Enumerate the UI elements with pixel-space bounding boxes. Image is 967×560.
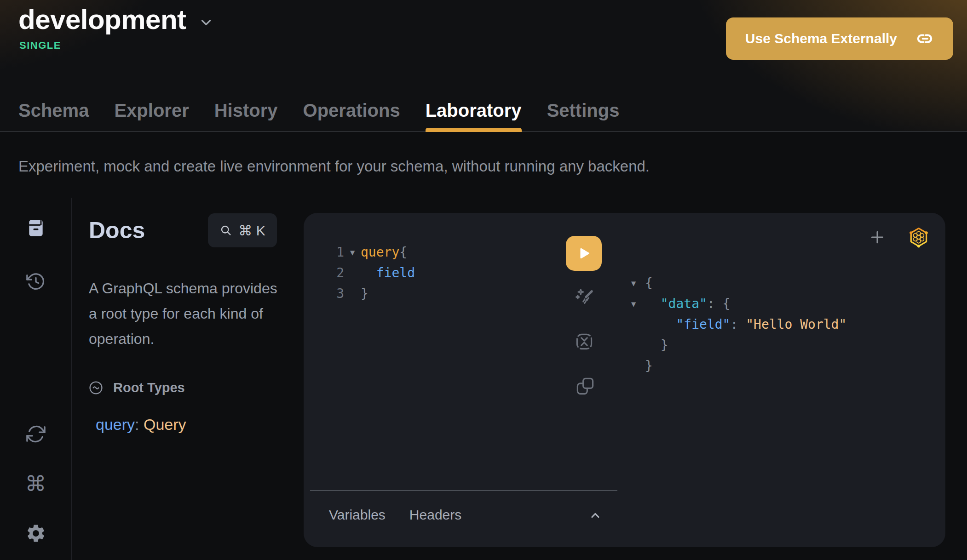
tab-laboratory[interactable]: Laboratory bbox=[426, 100, 522, 132]
response-line: } bbox=[626, 335, 846, 355]
use-schema-button-label: Use Schema Externally bbox=[745, 31, 897, 46]
keyboard-shortcuts-button[interactable]: ⌘ bbox=[25, 473, 47, 495]
play-icon bbox=[576, 245, 592, 262]
json-key-field: "field" bbox=[676, 317, 730, 332]
response-line: } bbox=[626, 355, 846, 376]
search-icon bbox=[219, 224, 232, 237]
editor-line: 1 ▼ query{ bbox=[322, 242, 415, 263]
response-line: "field": "Hello World" bbox=[626, 314, 846, 335]
json-string-value: "Hello World" bbox=[746, 317, 846, 332]
code-brace: } bbox=[361, 286, 368, 301]
query-editor[interactable]: 1 ▼ query{ 2 field 3 } bbox=[322, 242, 415, 304]
code-keyword: query bbox=[361, 245, 399, 260]
schema-description: A GraphQL schema provides a root type fo… bbox=[89, 276, 284, 352]
line-number: 3 bbox=[322, 286, 344, 301]
copy-icon bbox=[576, 377, 595, 396]
docs-panel: Docs ⌘ K A GraphQL schema provides a roo… bbox=[72, 198, 304, 560]
graphiql-sidebar: ⌘ bbox=[0, 198, 72, 560]
sidebar-top-group bbox=[25, 217, 47, 292]
use-schema-externally-button[interactable]: Use Schema Externally bbox=[726, 17, 953, 60]
editor-line: 2 field bbox=[322, 263, 415, 283]
add-tab-button[interactable] bbox=[868, 228, 887, 247]
chevron-down-icon[interactable] bbox=[198, 15, 214, 30]
link-icon bbox=[915, 29, 934, 48]
page-header: development SINGLE Use Schema Externally… bbox=[0, 0, 967, 132]
command-icon: ⌘ bbox=[25, 473, 46, 494]
response-viewer: ▼ { ▼ "data": { "field": "Hello World" } bbox=[626, 273, 846, 376]
root-types-icon bbox=[89, 381, 103, 395]
tab-operations[interactable]: Operations bbox=[303, 100, 400, 132]
graphiql-editor-card: 1 ▼ query{ 2 field 3 } bbox=[304, 213, 945, 547]
chevron-up-icon bbox=[587, 508, 603, 523]
collapse-footer-button[interactable] bbox=[582, 506, 608, 525]
hive-logo-icon[interactable] bbox=[907, 226, 930, 249]
history-icon bbox=[25, 271, 46, 292]
editor-line: 3 } bbox=[322, 283, 415, 304]
laboratory-main: ⌘ Docs ⌘ K bbox=[0, 198, 967, 560]
fold-arrow-icon[interactable]: ▼ bbox=[344, 248, 361, 257]
fold-arrow-icon[interactable]: ▼ bbox=[626, 299, 645, 309]
reload-icon bbox=[25, 423, 46, 445]
sidebar-bottom-group: ⌘ bbox=[25, 423, 47, 544]
prettify-query-button[interactable] bbox=[573, 287, 595, 309]
history-button[interactable] bbox=[25, 270, 47, 292]
copy-query-button[interactable] bbox=[574, 375, 596, 397]
docs-panel-title: Docs bbox=[89, 217, 145, 244]
page-title: development bbox=[18, 4, 186, 35]
tab-schema[interactable]: Schema bbox=[18, 100, 89, 132]
search-shortcut-label: ⌘ K bbox=[238, 223, 265, 239]
editor-footer-divider bbox=[310, 490, 617, 491]
main-nav-tabs: Schema Explorer History Operations Labor… bbox=[18, 100, 619, 132]
line-number: 2 bbox=[322, 265, 344, 280]
docs-icon bbox=[26, 218, 46, 238]
root-types-label: Root Types bbox=[113, 380, 185, 395]
root-type-type-name[interactable]: Query bbox=[144, 416, 186, 433]
refetch-schema-button[interactable] bbox=[25, 423, 47, 445]
docs-search-button[interactable]: ⌘ K bbox=[208, 213, 277, 247]
code-brace: { bbox=[399, 245, 407, 260]
docs-button[interactable] bbox=[25, 217, 47, 239]
merge-icon bbox=[574, 331, 594, 352]
execute-query-button[interactable] bbox=[566, 236, 602, 271]
prettify-icon bbox=[574, 287, 595, 309]
tab-variables[interactable]: Variables bbox=[329, 507, 386, 523]
response-line: ▼ "data": { bbox=[626, 293, 846, 314]
root-type-query-link[interactable]: query: Query bbox=[89, 416, 277, 434]
line-number: 1 bbox=[322, 245, 344, 260]
json-key-data: "data" bbox=[661, 296, 707, 311]
settings-button[interactable] bbox=[25, 522, 47, 544]
response-line: ▼ { bbox=[626, 273, 846, 293]
merge-fragments-button[interactable] bbox=[573, 331, 595, 353]
plus-icon bbox=[868, 228, 886, 246]
fold-arrow-icon[interactable]: ▼ bbox=[626, 279, 645, 288]
tab-history[interactable]: History bbox=[214, 100, 278, 132]
tab-settings[interactable]: Settings bbox=[547, 100, 620, 132]
status-badge: SINGLE bbox=[19, 40, 61, 51]
gear-icon bbox=[25, 523, 46, 544]
tab-headers[interactable]: Headers bbox=[409, 507, 461, 523]
code-field: field bbox=[361, 265, 415, 280]
page-subtitle: Experiment, mock and create live environ… bbox=[18, 158, 650, 175]
project-switcher[interactable]: development bbox=[18, 4, 214, 35]
editor-footer-tabs: Variables Headers bbox=[329, 507, 461, 523]
root-types-section: Root Types bbox=[89, 380, 277, 395]
root-type-field-name: query bbox=[96, 416, 135, 433]
laboratory-page: development SINGLE Use Schema Externally… bbox=[0, 0, 967, 560]
tab-explorer[interactable]: Explorer bbox=[114, 100, 189, 132]
